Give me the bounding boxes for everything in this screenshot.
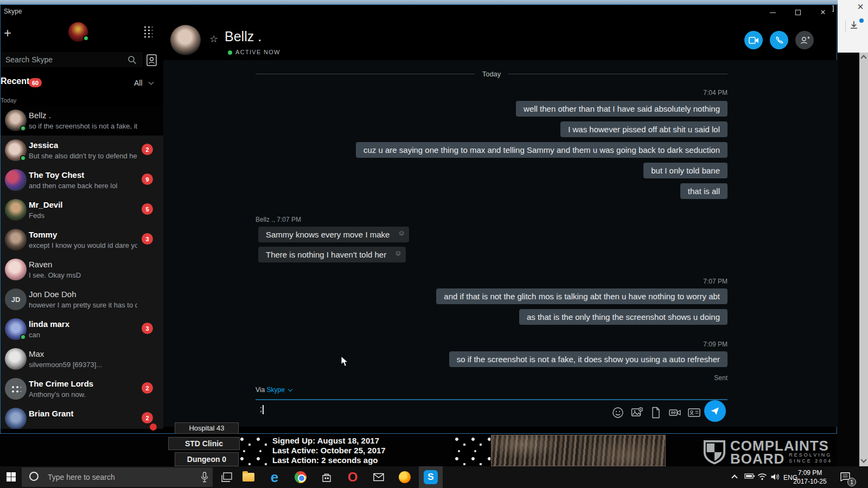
conversation-crime-lords[interactable]: The Crime Lords Anthony's on now. 2 [1,374,163,404]
download-icon[interactable] [850,21,858,29]
scroll-up-icon[interactable] [860,55,866,61]
contacts-icon[interactable] [146,54,158,67]
chat-partner-avatar[interactable] [170,25,201,55]
outgoing-message[interactable]: and if that is not the glitch mos is tal… [436,288,727,304]
send-button[interactable] [704,400,726,422]
page-button-std-clinic[interactable]: STD Clinic [168,437,240,450]
taskbar-search-input[interactable] [47,467,188,487]
smiley-reaction-icon[interactable]: ☺ [398,228,405,237]
text-caret [263,405,264,414]
incoming-message[interactable]: Sammy knows every move I make☺ [258,227,409,242]
conversation-preview: however I am pretty sure it has to do wi… [29,301,137,309]
conversation-max[interactable]: Max silvermoon59 [69373]... [1,344,163,374]
conversation-tommy[interactable]: Tommy except I know you would id dare yo… [1,225,163,255]
start-button[interactable] [7,472,16,482]
taskbar-search[interactable] [22,467,213,487]
outgoing-message[interactable]: but I only told bane [643,163,727,178]
add-person-button[interactable] [795,31,814,49]
video-call-button[interactable] [744,31,763,49]
message-timestamp: 7:04 PM [703,89,727,97]
conversation-name: Jessica [29,140,58,150]
send-image-icon[interactable] [630,406,643,419]
browser-close-icon[interactable]: × [857,1,864,12]
page-button-dungeon[interactable]: Dungeon 0 [175,452,239,466]
conversation-preview: except I know you would id dare you t... [29,241,137,249]
conversation-jon-doe-doh[interactable]: JD Jon Doe Doh however I am pretty sure … [1,285,163,314]
outgoing-message[interactable]: I was however pissed off abt shit u said… [560,121,727,137]
new-chat-icon[interactable]: + [4,25,11,41]
tray-expand-icon[interactable] [731,474,737,480]
mail-button[interactable] [367,466,391,488]
smiley-reaction-icon[interactable]: ☺ [394,248,401,258]
emoji-icon[interactable] [611,406,624,419]
background-browser-toolbar: × [838,0,868,53]
active-status-label: ACTIVE NOW [235,49,280,55]
incoming-message[interactable]: There is nothing I haven't told her☺ [258,247,406,262]
conversation-mr-devil[interactable]: Mr_Devil Feds 5 [1,195,163,225]
filmstrip-decoration [238,435,270,466]
outgoing-message[interactable]: as that is the only thing the screenshot… [519,309,727,325]
chrome-button[interactable] [289,466,312,488]
chat-partner-name: Bellz . [225,29,261,44]
compose-input[interactable]: ; [260,404,264,414]
message-timestamp: 7:07 PM [703,278,727,285]
conversation-bellz[interactable]: Bellz . so if the screenshot is not a fa… [1,106,163,136]
outgoing-message[interactable]: cuz u are saying one thing to max and te… [356,142,727,158]
filter-dropdown[interactable]: All [134,79,143,87]
file-explorer-button[interactable] [237,466,260,488]
contact-card-icon[interactable] [687,406,700,419]
filmstrip-decoration [452,435,490,466]
via-selector[interactable]: Via Skype [256,386,292,394]
maximize-button[interactable] [790,7,806,18]
online-dot [20,155,26,161]
conversation-preview: can [29,331,40,339]
edge-button[interactable]: e [263,466,286,488]
conversation-name: The Toy Chest [29,170,84,179]
dialpad-icon[interactable] [143,25,152,38]
scroll-down-icon[interactable] [860,457,866,463]
conversation-linda-marx[interactable]: linda marx can 3 [1,314,163,344]
chevron-down-icon[interactable] [149,80,154,85]
conversation-jessica[interactable]: Jessica But she also didn't try to defen… [1,136,163,165]
close-button[interactable]: × [815,7,831,18]
page-button-hospital[interactable]: Hospital 43 [175,422,239,434]
conversation-raven[interactable]: Raven I see. Okay msD [1,255,163,285]
outgoing-message[interactable]: so if the screenshot is not a fake, it d… [449,351,727,367]
voice-call-button[interactable] [770,31,788,49]
browser-title-fragment: ] [832,4,834,12]
unread-badge: 3 [142,323,153,334]
minimize-button[interactable] [764,7,781,18]
taskbar-clock[interactable]: 7:09 PM 2017-10-25 [789,468,831,486]
speaker-icon[interactable] [770,473,780,481]
outgoing-message[interactable]: that is all [680,183,727,199]
task-view-button[interactable] [215,466,239,488]
unread-badge: 2 [142,412,153,423]
conversation-name: The Crime Lords [29,379,93,388]
opera-button[interactable]: O [341,466,365,488]
conversation-brian-grant[interactable]: Brian Grant 2 [1,404,163,429]
store-button[interactable] [315,466,339,488]
battery-icon[interactable] [744,473,755,479]
skype-window: Skype × + Recent 60 All Today Bellz . so… [0,4,837,434]
search-input[interactable] [1,52,143,67]
skype-button-active[interactable]: S [419,466,443,488]
send-file-icon[interactable] [649,406,662,419]
group-avatar-icon [5,378,27,400]
favorite-star-icon[interactable]: ☆ [209,33,218,45]
conversation-toy-chest[interactable]: The Toy Chest and then came back here lo… [1,165,163,195]
avatar [5,229,27,251]
unread-badge: 5 [142,203,153,215]
microphone-icon[interactable] [201,472,208,483]
via-channel[interactable]: Skype [266,386,284,394]
chevron-down-icon[interactable] [288,387,292,391]
firefox-button[interactable] [393,466,417,488]
browser-scrollbar[interactable] [859,53,868,466]
cortana-icon[interactable] [29,472,39,481]
conversation-name: Bellz . [29,111,51,120]
outgoing-message[interactable]: well then other than that I have said ab… [516,101,727,117]
conversation-name: Raven [29,260,52,269]
unread-below-indicator[interactable] [150,423,157,431]
search-icon[interactable] [127,55,137,65]
video-message-icon[interactable] [668,406,681,419]
wifi-icon[interactable] [757,473,767,480]
